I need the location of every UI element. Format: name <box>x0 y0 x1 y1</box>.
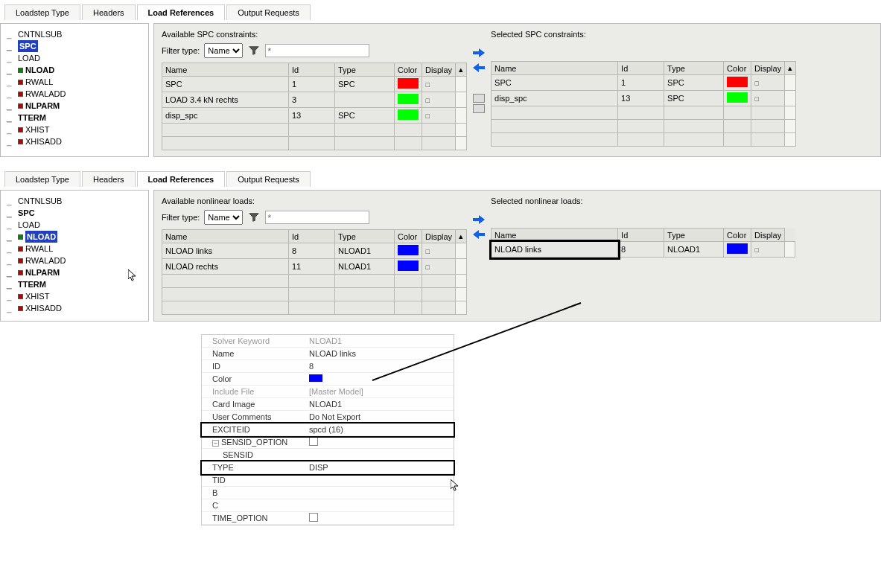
tab-headers[interactable]: Headers <box>82 171 136 187</box>
filter-icon[interactable] <box>247 211 261 224</box>
tab-headers[interactable]: Headers <box>82 4 136 20</box>
filter-text-input[interactable] <box>265 211 369 224</box>
table-row[interactable]: disp_spc13SPC☐ <box>492 91 796 106</box>
tab-loadstep-type[interactable]: Loadstep Type <box>4 171 80 187</box>
available-table[interactable]: Name Id Type Color Display ▴ SPC1SPC☐LOA… <box>162 63 467 150</box>
prop-value[interactable]: DISP <box>306 462 454 473</box>
filter-type-select[interactable]: Name <box>204 43 243 58</box>
col-name[interactable]: Name <box>162 230 289 243</box>
scrollbar[interactable] <box>456 259 467 275</box>
properties-panel[interactable]: Solver KeywordNLOAD1NameNLOAD linksID8Co… <box>201 334 454 525</box>
prop-row-b[interactable]: B <box>202 487 454 499</box>
prop-value[interactable]: spcd (16) <box>306 424 454 435</box>
tab-load-references[interactable]: Load References <box>137 4 226 20</box>
selected-table[interactable]: Name Id Type Color Display NLOAD links8N… <box>491 228 795 258</box>
tree-item-cntnlsub[interactable]: ⎯CNTNLSUB <box>7 195 144 207</box>
scroll-up-icon[interactable]: ▴ <box>456 230 467 243</box>
col-type[interactable]: Type <box>664 62 724 75</box>
tree-item-nlparm[interactable]: ⎯NLPARM <box>7 100 144 112</box>
prop-row-exciteid[interactable]: EXCITEIDspcd (16) <box>202 424 454 436</box>
scroll-up-icon[interactable]: ▴ <box>456 63 467 77</box>
col-color[interactable]: Color <box>395 63 422 77</box>
prop-value[interactable] <box>306 436 454 448</box>
prop-row-time-option[interactable]: TIME_OPTION <box>202 512 454 525</box>
scrollbar[interactable] <box>785 75 796 91</box>
table-row[interactable] <box>162 288 467 301</box>
table-row[interactable] <box>492 133 796 147</box>
scrollbar[interactable] <box>456 77 467 92</box>
scrollbar[interactable] <box>785 242 795 258</box>
scrollbar[interactable] <box>785 91 796 106</box>
col-display[interactable]: Display <box>422 63 456 77</box>
col-id[interactable]: Id <box>289 63 335 77</box>
cell-display-checkbox[interactable]: ☐ <box>422 77 456 92</box>
tree-item-xhist[interactable]: ⎯XHIST <box>7 290 144 302</box>
cell-display-checkbox[interactable]: ☐ <box>751 242 785 258</box>
scrollbar[interactable] <box>456 92 467 108</box>
table-row[interactable] <box>492 120 796 133</box>
col-color[interactable]: Color <box>395 230 422 243</box>
tree-item-nload[interactable]: ⎯NLOAD <box>7 64 144 76</box>
add-arrow-icon[interactable] <box>473 214 485 226</box>
selected-table[interactable]: Name Id Type Color Display ▴ SPC1SPC☐dis… <box>491 61 796 147</box>
tree-item-spc[interactable]: ⎯SPC <box>7 207 144 219</box>
table-row[interactable] <box>162 137 467 150</box>
tree-item-cntnlsub[interactable]: ⎯CNTNLSUB <box>7 28 144 40</box>
prop-value[interactable] <box>306 492 454 493</box>
col-color[interactable]: Color <box>724 62 751 75</box>
keyword-tree[interactable]: ⎯CNTNLSUB⎯SPC⎯LOAD⎯NLOAD⎯RWALL⎯RWALADD⎯N… <box>0 190 149 322</box>
checkbox[interactable] <box>309 437 318 446</box>
prop-value[interactable]: NLOAD1 <box>306 336 454 346</box>
col-id[interactable]: Id <box>289 230 335 243</box>
tree-item-spc[interactable]: ⎯SPC <box>7 40 144 52</box>
table-row[interactable] <box>162 275 467 288</box>
filter-icon[interactable] <box>247 44 261 57</box>
prop-row-tid[interactable]: TID <box>202 474 454 487</box>
col-name[interactable]: Name <box>162 63 289 77</box>
table-row[interactable]: disp_spc13SPC☐ <box>162 108 467 124</box>
tree-item-xhisadd[interactable]: ⎯XHISADD <box>7 135 144 147</box>
checkbox[interactable] <box>309 513 318 522</box>
prop-value[interactable]: NLOAD links <box>306 348 454 359</box>
table-row[interactable]: SPC1SPC☐ <box>162 77 467 92</box>
tree-item-rwaladd[interactable]: ⎯RWALADD <box>7 255 144 266</box>
prop-row-solver-keyword[interactable]: Solver KeywordNLOAD1 <box>202 335 454 348</box>
cell-display-checkbox[interactable]: ☐ <box>422 92 456 108</box>
tree-item-tterm[interactable]: ⎯TTERM <box>7 112 144 124</box>
prop-value[interactable] <box>306 479 454 481</box>
list-tool-icon[interactable] <box>473 104 485 113</box>
prop-row-include-file[interactable]: Include File[Master Model] <box>202 386 454 398</box>
table-row[interactable] <box>162 124 467 137</box>
col-id[interactable]: Id <box>618 62 664 75</box>
tree-item-xhist[interactable]: ⎯XHIST <box>7 124 144 135</box>
prop-value[interactable]: 8 <box>306 361 454 371</box>
cell-display-checkbox[interactable]: ☐ <box>422 259 456 275</box>
prop-row-id[interactable]: ID8 <box>202 360 454 373</box>
keyword-tree[interactable]: ⎯CNTNLSUB⎯SPC⎯LOAD⎯NLOAD⎯RWALL⎯RWALADD⎯N… <box>0 23 149 157</box>
remove-arrow-icon[interactable] <box>473 63 485 74</box>
col-type[interactable]: Type <box>335 230 395 243</box>
filter-type-select[interactable]: Name <box>204 210 243 225</box>
col-display[interactable]: Display <box>751 229 785 242</box>
tree-item-load[interactable]: ⎯LOAD <box>7 219 144 231</box>
col-display[interactable]: Display <box>422 230 456 243</box>
prop-row-sensid[interactable]: SENSID <box>202 449 454 461</box>
prop-value[interactable]: Do Not Export <box>306 412 454 422</box>
col-name[interactable]: Name <box>492 229 618 242</box>
tab-loadstep-type[interactable]: Loadstep Type <box>4 4 80 20</box>
scroll-up-icon[interactable]: ▴ <box>785 62 796 75</box>
prop-value[interactable]: [Master Model] <box>306 386 454 397</box>
col-color[interactable]: Color <box>724 229 751 242</box>
tree-item-rwall[interactable]: ⎯RWALL <box>7 243 144 255</box>
prop-value[interactable] <box>306 454 454 456</box>
table-row[interactable]: NLOAD rechts11NLOAD1☐ <box>162 259 467 275</box>
prop-row-name[interactable]: NameNLOAD links <box>202 348 454 360</box>
tree-item-nlparm[interactable]: ⎯NLPARM <box>7 266 144 278</box>
tree-item-rwaladd[interactable]: ⎯RWALADD <box>7 88 144 100</box>
filter-text-input[interactable] <box>265 44 369 57</box>
list-tool-icon[interactable] <box>473 94 485 103</box>
prop-value[interactable] <box>306 505 454 506</box>
expand-icon[interactable]: − <box>212 440 219 447</box>
table-row[interactable] <box>492 106 796 120</box>
cell-display-checkbox[interactable]: ☐ <box>422 108 456 124</box>
